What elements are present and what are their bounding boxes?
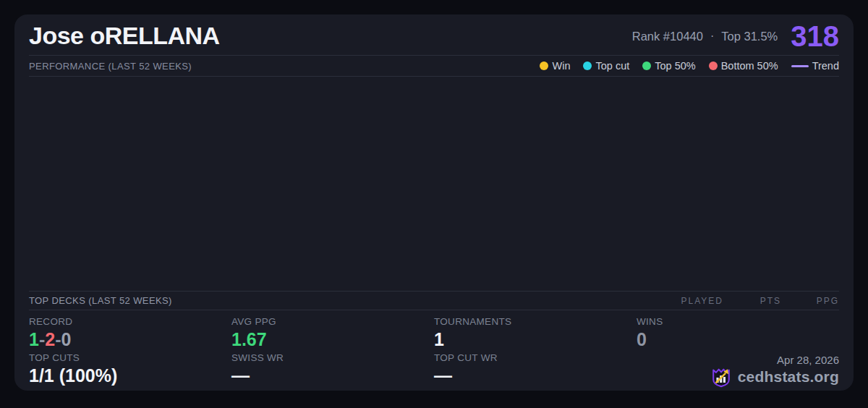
generated-date: Apr 28, 2026	[777, 354, 839, 366]
top-decks-header-row: TOP DECKS (LAST 52 WEEKS) PLAYED PTS PPG	[29, 291, 839, 310]
legend-label: Top cut	[595, 60, 629, 72]
legend-item-win: Win	[540, 60, 570, 72]
brand: cedhstats.org	[710, 366, 839, 388]
top-percent-text: Top 31.5%	[721, 30, 778, 43]
legend-item-bottom-50: Bottom 50%	[709, 60, 778, 72]
player-stats-card: Jose oRELLANA Rank #10440 · Top 31.5% 31…	[14, 14, 854, 391]
top-cut-wr-value: —	[434, 365, 637, 386]
legend-item-top-cut: Top cut	[583, 60, 629, 72]
stat-label: TOURNAMENTS	[434, 316, 637, 327]
legend-label: Bottom 50%	[721, 60, 778, 72]
swiss-wr-value: —	[231, 365, 434, 386]
rank-text: Rank #10440	[632, 30, 703, 43]
record-separator: -	[39, 329, 45, 349]
legend-label: Trend	[812, 60, 839, 72]
top-decks-section-label: TOP DECKS (LAST 52 WEEKS)	[29, 295, 172, 306]
column-header-pts: PTS	[723, 296, 781, 306]
stat-label: SWISS WR	[231, 352, 434, 363]
record-wins: 1	[29, 329, 39, 349]
stat-top-cuts: TOP CUTS 1/1 (100%)	[29, 352, 231, 388]
trend-line-icon	[791, 65, 809, 67]
bottom-50-dot-icon	[709, 61, 718, 70]
stat-top-cut-wr: TOP CUT WR —	[434, 352, 637, 388]
top-decks-columns: PLAYED PTS PPG	[665, 296, 839, 306]
legend-item-trend: Trend	[791, 60, 839, 72]
avg-ppg-value: 1.67	[231, 329, 434, 350]
header-right: Rank #10440 · Top 31.5% 318	[632, 22, 839, 51]
stat-label: AVG PPG	[231, 316, 434, 327]
stat-avg-ppg: AVG PPG 1.67	[231, 316, 434, 350]
top-cuts-value: 1/1 (100%)	[29, 365, 231, 386]
stat-label: WINS	[637, 316, 839, 327]
stat-label: TOP CUTS	[29, 352, 231, 363]
record-value: 1-2-0	[29, 329, 231, 350]
legend-label: Top 50%	[655, 60, 695, 72]
footer: Apr 28, 2026 cedhstats.org	[637, 352, 839, 388]
performance-chart-area	[29, 77, 839, 291]
wins-value: 0	[637, 329, 839, 350]
column-header-played: PLAYED	[665, 296, 723, 306]
rank-line: Rank #10440 · Top 31.5%	[632, 30, 778, 43]
stat-record: RECORD 1-2-0	[29, 316, 231, 350]
brand-text: cedhstats.org	[738, 368, 839, 386]
cedhstats-logo-icon	[710, 366, 732, 388]
stats-grid: RECORD 1-2-0 AVG PPG 1.67 TOURNAMENTS 1 …	[29, 310, 839, 391]
card-header: Jose oRELLANA Rank #10440 · Top 31.5% 31…	[29, 14, 839, 56]
stat-swiss-wr: SWISS WR —	[231, 352, 434, 388]
legend-item-top-50: Top 50%	[642, 60, 695, 72]
stat-wins: WINS 0	[637, 316, 839, 350]
record-losses: 2	[45, 329, 55, 349]
record-draws: 0	[61, 329, 71, 349]
top-50-dot-icon	[642, 61, 651, 70]
chart-legend: Win Top cut Top 50% Bottom 50% Trend	[540, 60, 839, 72]
stat-label: RECORD	[29, 316, 231, 327]
player-name: Jose oRELLANA	[29, 22, 220, 49]
tournaments-value: 1	[434, 329, 637, 350]
top-cut-dot-icon	[583, 61, 592, 70]
performance-header-row: PERFORMANCE (LAST 52 WEEKS) Win Top cut …	[29, 56, 839, 77]
legend-label: Win	[552, 60, 570, 72]
win-dot-icon	[540, 61, 548, 70]
points-value: 318	[791, 22, 839, 51]
stat-tournaments: TOURNAMENTS 1	[434, 316, 637, 350]
rank-separator: ·	[710, 30, 714, 43]
performance-section-label: PERFORMANCE (LAST 52 WEEKS)	[29, 61, 192, 72]
stat-label: TOP CUT WR	[434, 352, 637, 363]
column-header-ppg: PPG	[781, 296, 839, 306]
